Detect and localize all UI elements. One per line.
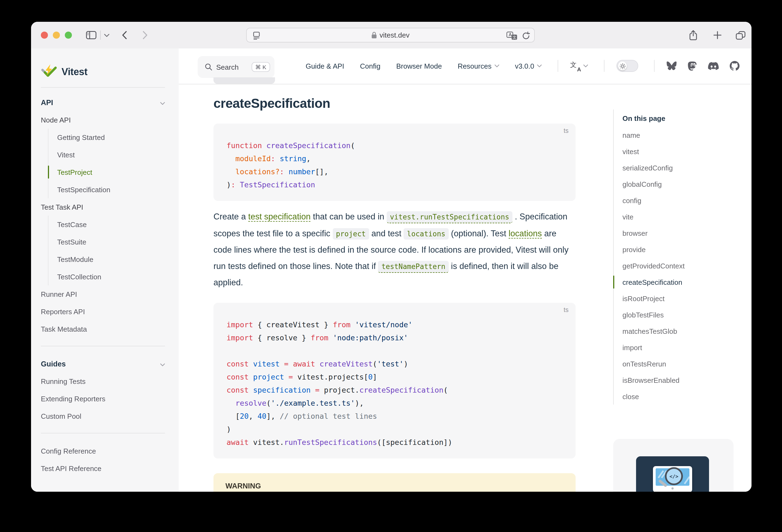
- theme-toggle-knob: [618, 62, 627, 70]
- nav-link-v3-0-0[interactable]: v3.0.0: [515, 62, 542, 70]
- toc-item-name[interactable]: name: [623, 127, 739, 143]
- toc-item-globalconfig[interactable]: globalConfig: [623, 176, 739, 192]
- tab-overview-icon[interactable]: [735, 22, 747, 48]
- sidebar-item-config-reference[interactable]: Config Reference: [41, 442, 165, 460]
- site-header: Search ⌘ K Guide & APIConfigBrowser Mode…: [179, 48, 751, 84]
- github-icon[interactable]: [730, 61, 740, 71]
- toc-item-browser[interactable]: browser: [623, 225, 739, 241]
- toc-item-serializedconfig[interactable]: serializedConfig: [623, 159, 739, 176]
- sidebar-item-testcase[interactable]: TestCase: [57, 216, 165, 233]
- toc-item-import[interactable]: import: [623, 339, 739, 356]
- sidebar-item-testspecification[interactable]: TestSpecification: [57, 181, 165, 198]
- sidebar-toggle-icon[interactable]: [85, 22, 97, 48]
- sidebar-item-testcollection[interactable]: TestCollection: [57, 268, 165, 285]
- language-menu[interactable]: 文A: [570, 61, 588, 71]
- inline-code-link[interactable]: vitest.runTestSpecifications: [387, 211, 512, 223]
- paragraph-text: (optional). Test: [449, 228, 509, 238]
- toolbar-divider: [100, 31, 101, 40]
- sidebar-chevron-icon[interactable]: [103, 22, 111, 48]
- sponsor-card[interactable]: </>: [613, 439, 734, 492]
- chevron-down-icon: [583, 64, 588, 68]
- sidebar-label: Guides: [41, 360, 66, 368]
- nav-link-label: v3.0.0: [515, 62, 534, 70]
- sidebar-item-testsuite[interactable]: TestSuite: [57, 233, 165, 250]
- sidebar-item-runner-api[interactable]: Runner API: [41, 285, 165, 303]
- sidebar-item-vitest[interactable]: Vitest: [57, 146, 165, 163]
- previous-code-block-edge: [213, 77, 275, 84]
- page-content: Vitest APINode APIGetting StartedVitestT…: [31, 48, 751, 492]
- toc-item-close[interactable]: close: [623, 388, 739, 404]
- url-text: vitest.dev: [380, 31, 410, 39]
- back-button[interactable]: [119, 22, 129, 48]
- doc-link[interactable]: test specification: [248, 212, 311, 222]
- toc-item-config[interactable]: config: [623, 192, 739, 209]
- nav-link-label: Resources: [458, 62, 492, 70]
- sidebar-section-guides[interactable]: Guides: [41, 355, 165, 373]
- sidebar-item-test-api-reference[interactable]: Test API Reference: [41, 460, 165, 477]
- nav-link-resources[interactable]: Resources: [458, 62, 499, 70]
- sidebar-section-api[interactable]: API: [41, 94, 165, 111]
- sidebar-label: API: [41, 98, 53, 106]
- inline-code: project: [333, 228, 369, 239]
- code-magnifier-icon: </>: [665, 467, 683, 485]
- toc-item-vitest[interactable]: vitest: [623, 143, 739, 159]
- nav-link-label: Browser Mode: [396, 62, 442, 70]
- search-input[interactable]: Search ⌘ K: [198, 56, 275, 78]
- translate-icon[interactable]: A文: [506, 22, 518, 49]
- vitest-logo[interactable]: Vitest: [31, 48, 179, 83]
- new-tab-icon[interactable]: [712, 22, 723, 48]
- nav-link-config[interactable]: Config: [360, 62, 380, 70]
- sidebar-item-testmodule[interactable]: TestModule: [57, 250, 165, 268]
- chevron-down-icon: [160, 363, 165, 366]
- mastodon-icon[interactable]: [688, 61, 697, 71]
- sidebar-item-running-tests[interactable]: Running Tests: [41, 373, 165, 390]
- sun-icon: [619, 63, 626, 69]
- close-window-button[interactable]: [41, 32, 48, 39]
- toc-item-isrootproject[interactable]: isRootProject: [623, 290, 739, 307]
- discord-icon[interactable]: [708, 62, 719, 70]
- sidebar-label: Test API Reference: [41, 464, 102, 472]
- forward-button[interactable]: [140, 22, 150, 48]
- toc-item-isbrowserenabled[interactable]: isBrowserEnabled: [623, 372, 739, 388]
- sidebar-item-custom-pool[interactable]: Custom Pool: [41, 407, 165, 425]
- sidebar-item-reporters-api[interactable]: Reporters API: [41, 303, 165, 320]
- toc-item-provide[interactable]: provide: [623, 241, 739, 257]
- sidebar-group-test-task-api[interactable]: Test Task API: [41, 198, 165, 216]
- doc-link[interactable]: locations: [509, 228, 542, 238]
- nav-link-browser-mode[interactable]: Browser Mode: [396, 62, 442, 70]
- doc-article: createSpecification ts function createSp…: [213, 84, 576, 492]
- sidebar-item-extending-reporters[interactable]: Extending Reporters: [41, 390, 165, 407]
- toc-item-createspecification[interactable]: createSpecification: [623, 274, 739, 290]
- toc-item-globtestfiles[interactable]: globTestFiles: [623, 307, 739, 323]
- toc-item-ontestsrerun[interactable]: onTestsRerun: [623, 356, 739, 372]
- zoom-window-button[interactable]: [65, 32, 72, 39]
- bluesky-icon[interactable]: [667, 61, 677, 71]
- reload-icon[interactable]: [521, 22, 531, 49]
- sidebar-label: Running Tests: [41, 377, 85, 385]
- vitest-logo-icon: [41, 64, 57, 79]
- sidebar-item-task-metadata[interactable]: Task Metadata: [41, 320, 165, 338]
- screen: vitest.dev A文: [0, 0, 782, 532]
- sidebar-item-testproject[interactable]: TestProject: [57, 163, 165, 181]
- header-divider: [654, 60, 654, 72]
- theme-toggle[interactable]: [616, 60, 638, 72]
- sidebar-group-node-api[interactable]: Node API: [41, 111, 165, 129]
- sidebar-nav: APINode APIGetting StartedVitestTestProj…: [31, 88, 179, 477]
- paragraph-text: Create a: [213, 212, 248, 221]
- share-icon[interactable]: [688, 22, 699, 48]
- minimize-window-button[interactable]: [52, 32, 60, 39]
- sidebar-label: Node API: [41, 116, 71, 124]
- lock-icon: [371, 32, 377, 39]
- toc-item-getprovidedcontext[interactable]: getProvidedContext: [623, 257, 739, 274]
- nav-link-guide-api[interactable]: Guide & API: [306, 62, 344, 70]
- toc-item-vite[interactable]: vite: [623, 209, 739, 225]
- address-bar[interactable]: vitest.dev A文: [246, 28, 535, 42]
- sidebar-item-getting started[interactable]: Getting Started: [57, 129, 165, 146]
- toc-item-matchestestglob[interactable]: matchesTestGlob: [623, 323, 739, 339]
- search-icon: [205, 63, 212, 71]
- inline-code-link[interactable]: testNamePattern: [378, 260, 449, 273]
- paragraph-text: that can be used in: [311, 212, 387, 221]
- code-lang-badge: ts: [564, 128, 569, 134]
- toc-title: On this page: [623, 109, 739, 127]
- search-shortcut: ⌘ K: [251, 62, 270, 72]
